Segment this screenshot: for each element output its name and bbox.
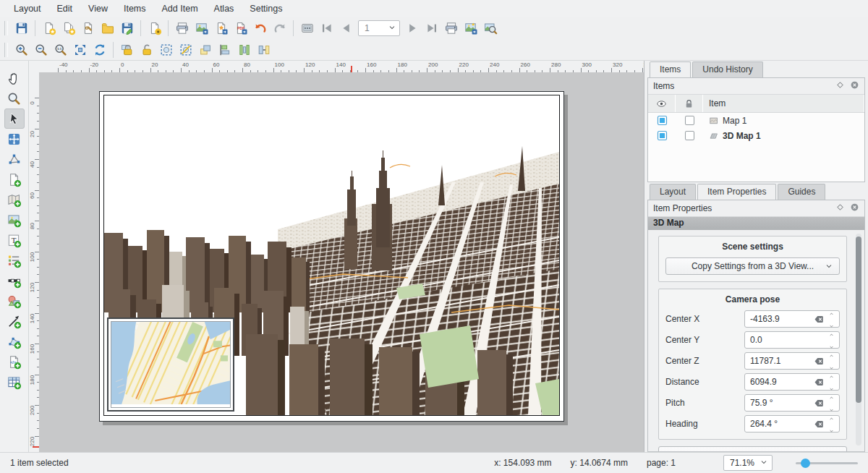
distribute-items-button[interactable] (234, 41, 254, 59)
move-content-tool-button[interactable] (4, 129, 25, 149)
refresh-view-button[interactable] (90, 41, 109, 59)
zoom-tool-button[interactable] (4, 88, 25, 108)
edit-nodes-tool-button[interactable] (4, 149, 25, 169)
export-svg-button[interactable] (211, 19, 231, 38)
preview-atlas-button[interactable] (480, 19, 500, 38)
spin-buttons[interactable] (826, 371, 837, 393)
zoom-in-button[interactable] (12, 41, 31, 59)
open-folder-button[interactable] (98, 19, 117, 38)
dock-tab-undo-history[interactable]: Undo History (692, 61, 762, 77)
visibility-checkbox[interactable] (648, 115, 676, 126)
menu-add-item[interactable]: Add Item (154, 1, 206, 17)
layout-manager-button[interactable] (78, 19, 98, 38)
menu-layout[interactable]: Layout (6, 1, 49, 17)
menu-view[interactable]: View (80, 1, 116, 17)
spin-up-icon[interactable] (828, 329, 835, 339)
select-tool-button[interactable] (4, 108, 25, 129)
add-map-button[interactable] (4, 189, 25, 210)
distance-spinbox[interactable]: 6094.9 (744, 373, 840, 391)
menu-atlas[interactable]: Atlas (206, 1, 242, 17)
select-all-button[interactable] (156, 41, 176, 59)
spin-up-icon[interactable] (828, 413, 835, 423)
last-feature-button[interactable] (422, 19, 441, 38)
add-picture-button[interactable] (4, 210, 25, 230)
align-items-button[interactable] (215, 41, 234, 59)
spin-up-icon[interactable] (828, 392, 835, 402)
unlock-all-button[interactable] (137, 41, 156, 59)
spin-up-icon[interactable] (828, 371, 835, 381)
zoom-out-button[interactable] (31, 41, 51, 59)
new-layout-button[interactable] (39, 19, 59, 38)
clear-field-icon[interactable] (814, 419, 825, 430)
save-as-template-button[interactable] (117, 19, 137, 38)
atlas-page-combo[interactable]: 1 (358, 20, 400, 36)
set-from-view-button[interactable]: Set from a 3D View... (658, 446, 847, 451)
add-html-button[interactable]: </> (4, 351, 25, 372)
spin-buttons[interactable] (826, 350, 837, 372)
menu-settings[interactable]: Settings (242, 1, 290, 17)
spin-down-icon[interactable] (828, 425, 835, 435)
next-feature-button[interactable] (402, 19, 422, 38)
menu-edit[interactable]: Edit (49, 1, 81, 17)
duplicate-layout-button[interactable] (59, 19, 78, 38)
spin-buttons[interactable] (826, 392, 837, 414)
float-panel-icon[interactable] (835, 203, 845, 214)
undo-button[interactable] (250, 19, 270, 38)
copy-settings-button[interactable]: Copy Settings from a 3D View... (665, 257, 840, 275)
export-pdf-button[interactable]: PDF (231, 19, 250, 38)
dock-tab-items[interactable]: Items (650, 61, 691, 77)
close-panel-icon[interactable] (850, 80, 859, 92)
map-item[interactable] (107, 318, 234, 412)
raise-items-button[interactable] (195, 41, 215, 59)
horizontal-ruler[interactable]: -40-200204060801001201401601802002202402… (29, 61, 644, 73)
layout-canvas[interactable] (39, 72, 644, 452)
add-arrow-button[interactable] (4, 311, 25, 331)
clear-field-icon[interactable] (814, 398, 825, 409)
spin-buttons[interactable] (826, 413, 837, 435)
spin-up-icon[interactable] (828, 308, 835, 318)
lock-checkbox[interactable] (676, 115, 703, 126)
lock-items-button[interactable] (117, 41, 137, 59)
zoom-actual-button[interactable]: 1:1 (51, 41, 70, 59)
scrollbar-thumb[interactable] (856, 236, 861, 403)
visibility-checkbox[interactable] (648, 130, 676, 141)
print-atlas-button[interactable] (441, 19, 461, 38)
zoom-level-combo[interactable]: 71.1% (723, 455, 773, 471)
zoom-slider[interactable] (796, 457, 858, 469)
add-label-button[interactable]: T (4, 230, 25, 250)
dock-tab-layout[interactable]: Layout (650, 184, 696, 200)
add-shape-button[interactable] (4, 291, 25, 311)
add-node-item-button[interactable] (4, 331, 25, 351)
clear-field-icon[interactable] (814, 377, 825, 388)
center-z-spinbox[interactable]: 11787.1 (744, 352, 840, 370)
pitch-spinbox[interactable]: 75.9 ° (744, 394, 840, 412)
add-legend-button[interactable] (4, 250, 25, 270)
items-list-row[interactable]: 3D Map 1 (648, 128, 864, 143)
zoom-full-button[interactable] (70, 41, 90, 59)
heading-spinbox[interactable]: 264.4 ° (744, 415, 840, 432)
first-feature-button[interactable] (317, 19, 336, 38)
deselect-all-button[interactable] (176, 41, 195, 59)
print-layout-button[interactable] (172, 19, 192, 38)
vertical-ruler[interactable]: 020406080100120140160180200220 (29, 72, 40, 452)
items-list-row[interactable]: Map 1 (648, 113, 864, 128)
float-panel-icon[interactable] (835, 80, 845, 92)
spin-up-icon[interactable] (828, 350, 835, 360)
spin-buttons[interactable] (826, 329, 837, 351)
add-page-button[interactable] (4, 169, 25, 189)
dock-tab-item-properties[interactable]: Item Properties (697, 184, 776, 200)
add-table-button[interactable] (4, 372, 25, 392)
menu-items[interactable]: Items (116, 1, 154, 17)
layout-page[interactable] (99, 91, 564, 422)
properties-scrollbar[interactable] (856, 234, 861, 446)
atlas-settings-button[interactable] (297, 19, 317, 38)
center-x-spinbox[interactable]: -4163.9 (744, 310, 840, 328)
export-atlas-button[interactable] (461, 19, 480, 38)
clear-field-icon[interactable] (814, 314, 825, 325)
previous-feature-button[interactable] (336, 19, 356, 38)
close-panel-icon[interactable] (850, 203, 859, 214)
export-image-button[interactable] (192, 19, 211, 38)
zoom-slider-handle[interactable] (801, 459, 810, 468)
dock-tab-guides[interactable]: Guides (778, 184, 825, 200)
pan-tool-button[interactable] (4, 68, 25, 88)
